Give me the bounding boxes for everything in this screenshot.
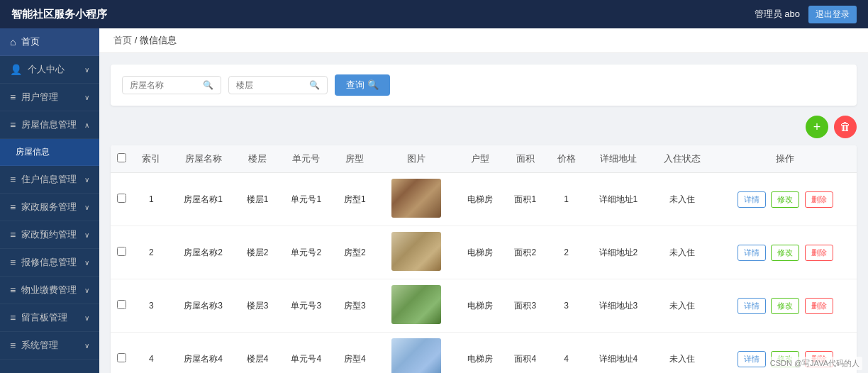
cell-name: 房屋名称3 [171, 279, 236, 333]
delete-button[interactable]: 删除 [805, 298, 833, 314]
sidebar-item-room-info[interactable]: 房屋信息 [0, 139, 99, 166]
cell-price: 3 [547, 279, 586, 333]
header-unit: 单元号 [279, 145, 333, 173]
sidebar-item-property[interactable]: ≡ 物业缴费管理 ∨ [0, 277, 99, 304]
table-header-row: 索引 房屋名称 楼层 单元号 房型 图片 户型 面积 价格 详细地址 入住状态 … [111, 145, 857, 173]
sidebar: ⌂ 首页 👤 个人中心 ∨ ≡ 用户管理 ∨ ≡ 房屋信息管理 ∧ 房屋信息 ≡… [0, 28, 99, 373]
cell-ops: 详情 修改 删除 [714, 173, 857, 226]
batch-delete-button[interactable]: 🗑 [834, 116, 857, 138]
floor-input[interactable] [236, 80, 305, 90]
edit-button[interactable]: 修改 [771, 191, 799, 208]
sidebar-personal-label: 个人中心 [28, 63, 65, 76]
action-row: + 🗑 [111, 116, 857, 138]
chevron-icon-6: ∨ [84, 231, 89, 239]
list-icon: ≡ [10, 91, 16, 103]
cell-unit: 单元号4 [279, 333, 333, 374]
search-icon-1: 🔍 [203, 80, 213, 90]
watermark: CSDN @写JAVA代码的人 [767, 357, 862, 370]
header-type: 房型 [333, 145, 377, 173]
sidebar-item-system[interactable]: ≡ 系统管理 ∨ [0, 332, 99, 360]
cell-status: 未入住 [651, 279, 714, 333]
row-checkbox-cell[interactable] [111, 279, 132, 333]
chevron-icon-7: ∨ [84, 259, 89, 267]
sidebar-item-booking[interactable]: ≡ 家政预约管理 ∨ [0, 221, 99, 249]
sidebar-comment-label: 留言板管理 [21, 311, 67, 324]
sidebar-item-comment[interactable]: ≡ 留言板管理 ∨ [0, 304, 99, 332]
cell-area: 面积4 [503, 333, 547, 374]
row-checkbox[interactable] [117, 247, 126, 256]
cell-floor: 楼层1 [236, 173, 279, 226]
sidebar-item-room-mgmt[interactable]: ≡ 房屋信息管理 ∧ [0, 111, 99, 139]
home-icon: ⌂ [10, 36, 16, 48]
row-checkbox-cell[interactable] [111, 173, 132, 226]
sidebar-item-repair[interactable]: ≡ 报修信息管理 ∨ [0, 249, 99, 277]
detail-button[interactable]: 详情 [738, 191, 766, 208]
row-checkbox-cell[interactable] [111, 226, 132, 279]
cell-price: 2 [547, 226, 586, 279]
cell-name: 房屋名称1 [171, 173, 236, 226]
cell-img [377, 173, 456, 226]
header-house-type: 户型 [456, 145, 504, 173]
header-floor: 楼层 [236, 145, 279, 173]
cell-idx: 1 [132, 173, 171, 226]
row-checkbox[interactable] [117, 194, 126, 203]
user-label: 管理员 abo [755, 8, 800, 21]
header-status: 入住状态 [651, 145, 714, 173]
row-checkbox-cell[interactable] [111, 333, 132, 374]
comment-icon: ≡ [10, 312, 16, 323]
cell-name: 房屋名称2 [171, 226, 236, 279]
chevron-icon-2: ∨ [84, 94, 89, 101]
cell-area: 面积1 [503, 173, 547, 226]
detail-button[interactable]: 详情 [738, 245, 766, 261]
edit-button[interactable]: 修改 [771, 298, 799, 314]
floor-filter[interactable]: 🔍 [228, 76, 328, 94]
cell-floor: 楼层2 [236, 226, 279, 279]
chevron-icon-9: ∨ [84, 314, 89, 322]
cell-floor: 楼层4 [236, 333, 279, 374]
logout-button[interactable]: 退出登录 [808, 6, 857, 23]
delete-button[interactable]: 删除 [805, 245, 833, 261]
sidebar-item-user-mgmt[interactable]: ≡ 用户管理 ∨ [0, 84, 99, 111]
header-area: 面积 [503, 145, 547, 173]
room-name-input[interactable] [130, 80, 199, 90]
cell-house-type: 电梯房 [456, 279, 504, 333]
chevron-icon: ∨ [84, 66, 89, 74]
sidebar-item-home[interactable]: ⌂ 首页 [0, 28, 99, 56]
cell-floor: 楼层3 [236, 279, 279, 333]
sidebar-item-personal[interactable]: 👤 个人中心 ∨ [0, 56, 99, 84]
chevron-icon-3: ∧ [84, 121, 89, 129]
content-body: 🔍 🔍 查询 🔍 + 🗑 [99, 53, 868, 373]
housekeeper-icon: ≡ [10, 201, 16, 213]
detail-button[interactable]: 详情 [738, 298, 766, 314]
detail-button[interactable]: 详情 [738, 351, 766, 367]
filter-bar: 🔍 🔍 查询 🔍 [111, 65, 857, 106]
header-idx: 索引 [132, 145, 171, 173]
query-button[interactable]: 查询 🔍 [335, 74, 390, 96]
cell-area: 面积3 [503, 279, 547, 333]
header-name: 房屋名称 [171, 145, 236, 173]
row-checkbox[interactable] [117, 353, 126, 362]
select-all-checkbox[interactable] [117, 153, 126, 162]
sidebar-home-label: 首页 [21, 35, 40, 48]
sidebar-system-label: 系统管理 [21, 339, 58, 352]
room-image [391, 338, 441, 373]
sidebar-resident-label: 住户信息管理 [21, 173, 77, 186]
sidebar-item-housekeeper[interactable]: ≡ 家政服务管理 ∨ [0, 194, 99, 221]
room-image [391, 232, 441, 271]
sidebar-user-mgmt-label: 用户管理 [21, 91, 58, 104]
row-checkbox[interactable] [117, 300, 126, 309]
cell-idx: 3 [132, 279, 171, 333]
cell-address: 详细地址3 [586, 279, 651, 333]
edit-button[interactable]: 修改 [771, 245, 799, 261]
room-name-filter[interactable]: 🔍 [122, 76, 221, 94]
header-checkbox-cell [111, 145, 132, 173]
add-button[interactable]: + [806, 116, 828, 138]
cell-type: 房型3 [333, 279, 377, 333]
breadcrumb-home[interactable]: 首页 [113, 35, 132, 45]
table-container: 索引 房屋名称 楼层 单元号 房型 图片 户型 面积 价格 详细地址 入住状态 … [111, 145, 857, 373]
cell-img [377, 226, 456, 279]
sidebar-item-resident[interactable]: ≡ 住户信息管理 ∨ [0, 166, 99, 194]
building-icon: ≡ [10, 119, 16, 130]
user-area: 管理员 abo 退出登录 [755, 6, 857, 23]
delete-button[interactable]: 删除 [805, 191, 833, 208]
